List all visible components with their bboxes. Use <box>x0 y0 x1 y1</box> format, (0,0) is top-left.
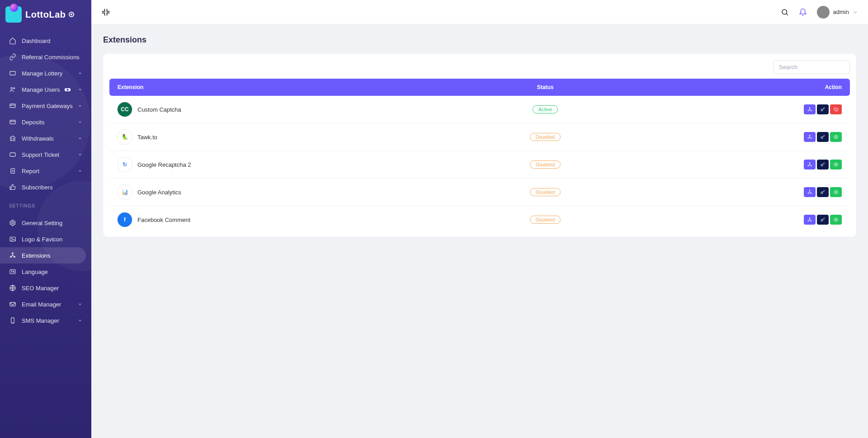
svg-rect-14 <box>10 302 15 306</box>
status-badge: Disabled <box>530 160 561 169</box>
topbar: admin <box>91 0 868 24</box>
chevron-down-icon <box>78 103 82 109</box>
extensions-table: Extension Status Action CCCustom Captcha… <box>109 79 850 233</box>
svg-point-30 <box>835 164 837 165</box>
configure-button[interactable] <box>804 104 816 114</box>
sidebar-item-manage-lottery[interactable]: Manage Lottery <box>0 65 91 81</box>
sidebar-item-label: Payment Gateways <box>22 103 73 109</box>
chevron-down-icon <box>78 119 82 126</box>
enable-button[interactable] <box>830 187 842 197</box>
svg-point-21 <box>809 135 810 136</box>
svg-point-6 <box>12 222 14 224</box>
card-icon <box>9 102 16 109</box>
lang-icon <box>9 268 16 275</box>
logo-icon <box>5 6 22 23</box>
enable-button[interactable] <box>830 160 842 170</box>
enable-button[interactable] <box>830 215 842 225</box>
svg-point-17 <box>809 108 810 108</box>
sidebar-item-support-ticket[interactable]: Support Ticket <box>0 146 91 163</box>
sidebar-item-report[interactable]: Report <box>0 163 91 179</box>
home-icon <box>9 37 16 44</box>
sidebar-item-extensions[interactable]: Extensions <box>0 247 86 264</box>
svg-point-26 <box>809 163 810 164</box>
sidebar-item-referral-commissions[interactable]: Referral Commissions <box>0 49 91 65</box>
sidebar-item-withdrawals[interactable]: Withdrawals <box>0 130 91 146</box>
sidebar-item-label: Logo & Favicon <box>22 236 62 243</box>
configure-button[interactable] <box>804 160 816 170</box>
help-button[interactable] <box>817 104 829 114</box>
search-icon[interactable] <box>781 8 789 16</box>
sidebar-item-subscribers[interactable]: Subscribers <box>0 179 91 195</box>
extension-name: Tawk.to <box>137 134 157 141</box>
svg-rect-4 <box>10 120 15 124</box>
ticket-icon <box>9 151 16 158</box>
search-input[interactable] <box>773 60 850 74</box>
sidebar-item-logo-favicon[interactable]: Logo & Favicon <box>0 231 91 247</box>
report-icon <box>9 167 16 174</box>
user-menu[interactable]: admin <box>817 6 858 19</box>
col-action: Action <box>636 79 850 96</box>
sidebar-item-seo-manager[interactable]: SEO Manager <box>0 280 91 296</box>
sidebar-item-general-setting[interactable]: General Setting <box>0 215 91 231</box>
gear-icon <box>9 219 16 226</box>
svg-point-8 <box>11 238 12 239</box>
nav-settings-heading: SETTINGS <box>0 195 91 211</box>
sidebar-item-manage-users[interactable]: Manage Users <box>0 81 91 98</box>
sidebar-item-email-manager[interactable]: Email Manager <box>0 296 91 312</box>
svg-point-9 <box>12 253 14 254</box>
brand-logo[interactable]: LottoLab <box>0 0 91 29</box>
sidebar-item-label: Referral Commissions <box>22 54 80 61</box>
users-icon <box>9 86 16 93</box>
svg-point-40 <box>835 219 837 221</box>
svg-point-36 <box>809 218 810 219</box>
sidebar-item-dashboard[interactable]: Dashboard <box>0 33 91 49</box>
sidebar-item-label: Email Manager <box>22 301 61 308</box>
sidebar-item-label: Support Ticket <box>22 151 59 158</box>
enable-button[interactable] <box>830 132 842 142</box>
help-button[interactable] <box>817 187 829 197</box>
svg-rect-5 <box>10 153 15 156</box>
extensions-card: Extension Status Action CCCustom Captcha… <box>103 54 856 237</box>
sidebar-item-label: General Setting <box>22 220 62 226</box>
puzzle-icon <box>9 252 16 259</box>
configure-button[interactable] <box>804 187 816 197</box>
status-badge: Disabled <box>530 133 561 141</box>
table-row: ↻Google Recaptcha 2Disabled <box>109 151 850 179</box>
phone-icon <box>9 317 16 324</box>
logo-dot-icon <box>69 12 74 17</box>
svg-point-35 <box>835 192 837 193</box>
sidebar-item-payment-gateways[interactable]: Payment Gateways <box>0 98 91 114</box>
svg-rect-0 <box>10 71 15 75</box>
configure-button[interactable] <box>804 215 816 225</box>
chevron-down-icon <box>78 135 82 142</box>
chevron-down-icon <box>78 301 82 308</box>
chevron-down-icon <box>78 317 82 324</box>
status-badge: Disabled <box>530 216 561 224</box>
extension-icon: CC <box>118 102 132 117</box>
disable-button[interactable] <box>830 104 842 114</box>
page-title: Extensions <box>103 35 856 45</box>
svg-point-1 <box>11 87 13 89</box>
col-extension: Extension <box>109 79 454 96</box>
sidebar-item-label: SEO Manager <box>22 285 59 292</box>
extension-name: Custom Captcha <box>137 106 181 113</box>
help-button[interactable] <box>817 132 829 142</box>
brand-name: LottoLab <box>25 9 66 20</box>
extension-icon: ↻ <box>118 157 132 172</box>
sidebar-item-label: Manage Users <box>22 86 60 93</box>
sidebar-item-deposits[interactable]: Deposits <box>0 114 91 130</box>
sidebar-item-label: Dashboard <box>22 38 51 44</box>
sidebar-item-language[interactable]: Language <box>0 264 91 280</box>
status-badge: Active <box>533 105 558 113</box>
sidebar-item-sms-manager[interactable]: SMS Manager <box>0 312 91 329</box>
svg-rect-3 <box>10 104 15 108</box>
help-button[interactable] <box>817 215 829 225</box>
help-button[interactable] <box>817 160 829 170</box>
ticket-icon <box>9 70 16 77</box>
sidebar-collapse-button[interactable] <box>101 8 110 17</box>
bank-icon <box>9 135 16 142</box>
nav-badge <box>65 88 71 91</box>
chevron-down-icon <box>78 151 82 158</box>
bell-icon[interactable] <box>799 8 807 16</box>
configure-button[interactable] <box>804 132 816 142</box>
